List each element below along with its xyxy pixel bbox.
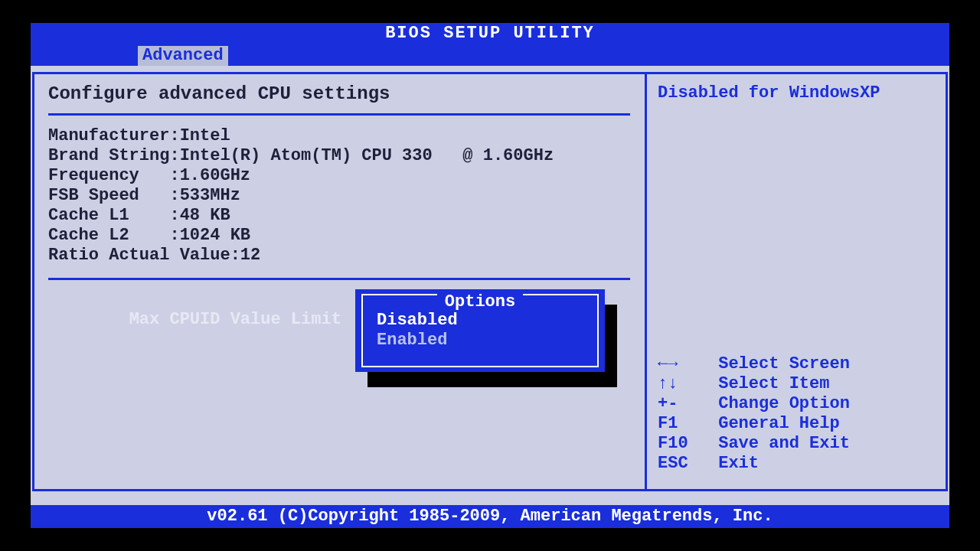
info-l2: Cache L2 :1024 KB [48, 226, 631, 246]
popup-inner: Options Disabled Enabled [361, 294, 599, 367]
info-brand: Brand String:Intel(R) Atom(TM) CPU 330 @… [48, 146, 631, 166]
info-ratio: Ratio Actual Value:12 [48, 246, 631, 266]
main-panel: Configure advanced CPU settings Manufact… [32, 72, 645, 491]
info-frequency: Frequency :1.60GHz [48, 166, 631, 186]
footer: v02.61 (C)Copyright 1985-2009, American … [31, 505, 949, 528]
nav-row: +- Change Option [658, 394, 850, 414]
nav-row: F10 Save and Exit [658, 434, 850, 454]
nav-row: F1 General Help [658, 414, 850, 434]
info-fsb: FSB Speed :533MHz [48, 186, 631, 206]
title-text: BIOS SETUP UTILITY [385, 24, 595, 43]
tab-label: Advanced [142, 46, 224, 65]
popup-item-disabled[interactable]: Disabled [363, 311, 597, 331]
section-title: Configure advanced CPU settings [48, 83, 631, 104]
nav-row: ESC Exit [658, 454, 850, 474]
tab-bar[interactable]: Advanced [31, 44, 949, 66]
info-manufacturer: Manufacturer:Intel [48, 126, 631, 146]
nav-help: ←→ Select Screen ↑↓ Select Item +- Chang… [658, 354, 850, 474]
nav-row: ←→ Select Screen [658, 354, 850, 374]
info-l1: Cache L1 :48 KB [48, 206, 631, 226]
title-bar: BIOS SETUP UTILITY [31, 23, 949, 44]
bios-screen: BIOS SETUP UTILITY Advanced Configure ad… [31, 23, 949, 528]
nav-row: ↑↓ Select Item [658, 374, 850, 394]
side-panel: Disabled for WindowsXP ←→ Select Screen … [645, 72, 948, 491]
tab-advanced[interactable]: Advanced [138, 46, 228, 66]
setting-label: Max CPUID Value Limit [129, 310, 341, 329]
divider2 [48, 278, 630, 280]
options-popup[interactable]: Options Disabled Enabled [355, 289, 605, 372]
help-text: Disabled for WindowsXP [658, 83, 880, 103]
popup-item-enabled[interactable]: Enabled [363, 331, 597, 350]
content-area: Configure advanced CPU settings Manufact… [31, 67, 949, 504]
divider [48, 113, 630, 116]
footer-text: v02.61 (C)Copyright 1985-2009, American … [207, 507, 773, 526]
popup-title: Options [363, 292, 597, 311]
